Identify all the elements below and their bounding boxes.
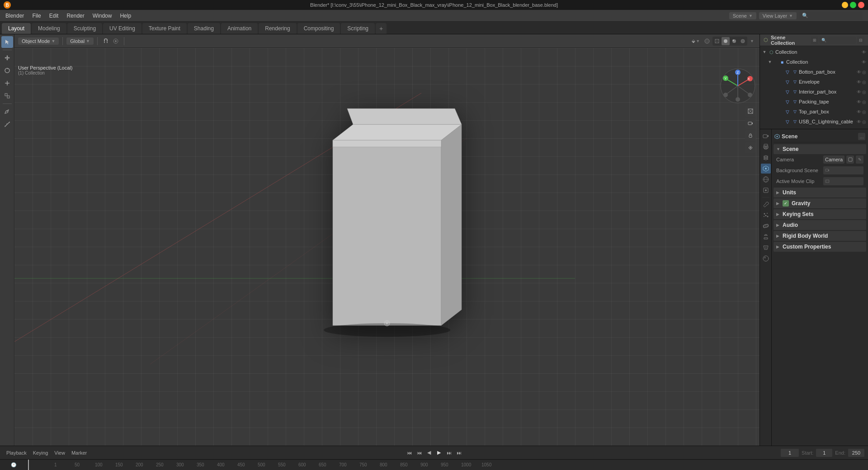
jump-start[interactable]: ⏮ <box>405 448 414 457</box>
tool-rotate[interactable] <box>1 65 13 76</box>
outliner-item-envelope[interactable]: ▽ ▽ Envelope 👁 ◎ <box>760 77 868 87</box>
props-tab-viewlayer[interactable] <box>761 153 771 163</box>
menu-blender[interactable]: Blender <box>2 11 28 21</box>
outliner-item-botton[interactable]: ▽ ▽ Botton_part_box 👁 ◎ <box>760 67 868 77</box>
outliner-search[interactable]: 🔍 <box>820 37 856 44</box>
tab-uv-editing[interactable]: UV Editing <box>103 23 142 34</box>
menu-edit[interactable]: Edit <box>46 11 62 21</box>
props-tab-object[interactable] <box>761 185 771 195</box>
bg-scene-value[interactable] <box>823 166 863 174</box>
tool-move[interactable] <box>1 52 13 64</box>
overlay-selector[interactable]: ⬙ ▼ <box>690 37 702 46</box>
outliner-item-packing[interactable]: ▽ ▽ Packing_tape 👁 ◎ <box>760 97 868 107</box>
visibility-icon[interactable]: 👁 <box>862 60 866 65</box>
play-backward[interactable]: ◀ <box>425 448 434 457</box>
props-tab-data[interactable] <box>761 243 771 253</box>
outliner-item-interior[interactable]: ▽ ▽ Interior_part_box 👁 ◎ <box>760 87 868 97</box>
minimize-button[interactable] <box>842 2 848 8</box>
tool-transform[interactable] <box>1 90 13 102</box>
units-section-header[interactable]: ▶ Units <box>774 188 866 197</box>
tab-scripting[interactable]: Scripting <box>341 23 375 34</box>
select-icon[interactable]: ◎ <box>862 99 866 104</box>
outliner-item-top[interactable]: ▽ ▽ Top_part_box 👁 ◎ <box>760 107 868 117</box>
tab-animation[interactable]: Animation <box>221 23 258 34</box>
snap-toggle[interactable] <box>101 37 110 46</box>
tab-layout[interactable]: Layout <box>2 23 31 34</box>
close-button[interactable] <box>858 2 864 8</box>
shading-options[interactable]: ▼ <box>748 37 756 46</box>
camera-edit[interactable]: ✎ <box>856 155 863 164</box>
tab-texture-paint[interactable]: Texture Paint <box>142 23 187 34</box>
current-frame[interactable]: 1 <box>781 449 799 457</box>
tool-annotate[interactable] <box>1 106 13 118</box>
end-frame[interactable]: 250 <box>848 449 864 457</box>
select-icon[interactable]: ◎ <box>862 89 866 94</box>
maximize-button[interactable] <box>850 2 856 8</box>
tool-measure[interactable] <box>1 118 13 130</box>
tab-compositing[interactable]: Compositing <box>297 23 340 34</box>
outliner-filter-2[interactable]: ⊟ <box>857 37 864 44</box>
xray-toggle[interactable] <box>703 37 712 46</box>
viewport[interactable]: Object Mode ▼ Global ▼ <box>14 34 760 446</box>
menu-file[interactable]: File <box>28 11 44 21</box>
shading-rendered[interactable] <box>739 37 747 45</box>
visibility-icon[interactable]: 👁 <box>862 50 866 55</box>
props-tab-physics[interactable] <box>761 221 771 231</box>
start-frame[interactable]: 1 <box>816 449 832 457</box>
engine-selector[interactable]: Scene ▼ <box>729 12 756 19</box>
props-tab-constraints[interactable] <box>761 232 771 242</box>
tool-scale[interactable] <box>1 77 13 89</box>
tab-shading[interactable]: Shading <box>188 23 220 34</box>
playback-menu[interactable]: Playback <box>4 449 29 456</box>
visibility-icon[interactable]: 👁 <box>857 119 861 124</box>
shading-wireframe[interactable] <box>713 37 721 45</box>
visibility-icon[interactable]: 👁 <box>857 70 861 75</box>
select-icon[interactable]: ◎ <box>862 70 866 75</box>
select-icon[interactable]: ◎ <box>862 109 866 114</box>
visibility-icon[interactable]: 👁 <box>857 80 861 85</box>
jump-end[interactable]: ⏭ <box>454 448 463 457</box>
props-tab-material[interactable] <box>761 254 771 263</box>
props-options-btn[interactable]: … <box>858 133 865 140</box>
gravity-section-header[interactable]: ▶ ✓ Gravity <box>774 198 866 208</box>
keying-menu[interactable]: Keying <box>30 449 51 456</box>
gravity-checkbox[interactable]: ✓ <box>783 200 789 207</box>
search-bar[interactable]: 🔍 <box>799 11 863 20</box>
movie-clip-value[interactable] <box>823 177 863 185</box>
viewport-mode-selector[interactable]: Object Mode ▼ <box>18 38 59 45</box>
visibility-icon[interactable]: 👁 <box>857 109 861 114</box>
props-tab-particles[interactable] <box>761 210 771 220</box>
props-tab-scene[interactable] <box>761 164 771 174</box>
axis-gizmo[interactable]: X Y Z <box>720 68 756 104</box>
visibility-icon[interactable]: 👁 <box>857 99 861 104</box>
scene-section-header[interactable]: ▼ Scene <box>774 144 866 154</box>
visibility-icon[interactable]: 👁 <box>857 89 861 94</box>
proportional-edit[interactable] <box>111 37 120 46</box>
tab-sculpting[interactable]: Sculpting <box>67 23 102 34</box>
tool-select[interactable] <box>1 36 13 48</box>
props-tab-render[interactable] <box>761 131 771 141</box>
orbit-lock[interactable] <box>745 130 756 141</box>
outliner-scene-collection[interactable]: ▼ ⬡ Collection 👁 <box>760 47 868 57</box>
props-tab-output[interactable] <box>761 142 771 152</box>
viewport-transform-selector[interactable]: Global ▼ <box>66 38 94 45</box>
zoom-extents[interactable] <box>745 106 756 117</box>
camera-picker[interactable] <box>846 155 854 164</box>
select-icon[interactable]: ◎ <box>862 119 866 124</box>
tab-modeling[interactable]: Modeling <box>32 23 66 34</box>
flymode[interactable] <box>745 142 756 153</box>
audio-section-header[interactable]: ▶ Audio <box>774 220 866 230</box>
view-layer-selector[interactable]: View Layer ▼ <box>759 12 797 19</box>
view-menu[interactable]: View <box>52 449 68 456</box>
custom-props-section-header[interactable]: ▶ Custom Properties <box>774 242 866 252</box>
camera-value[interactable]: Camera <box>823 155 844 164</box>
prev-keyframe[interactable]: ⏮ <box>415 448 424 457</box>
outliner-filter[interactable]: ⊞ <box>811 37 818 44</box>
props-tab-world[interactable] <box>761 174 771 184</box>
outliner-collection[interactable]: ▼ ■ Collection 👁 <box>760 57 868 67</box>
camera-view[interactable] <box>745 118 756 129</box>
outliner-item-usb[interactable]: ▽ ▽ USB_C_Lightning_cable 👁 ◎ <box>760 117 868 127</box>
add-workspace-tab[interactable]: + <box>376 23 387 34</box>
menu-window[interactable]: Window <box>89 11 116 21</box>
shading-material-preview[interactable] <box>730 37 738 45</box>
